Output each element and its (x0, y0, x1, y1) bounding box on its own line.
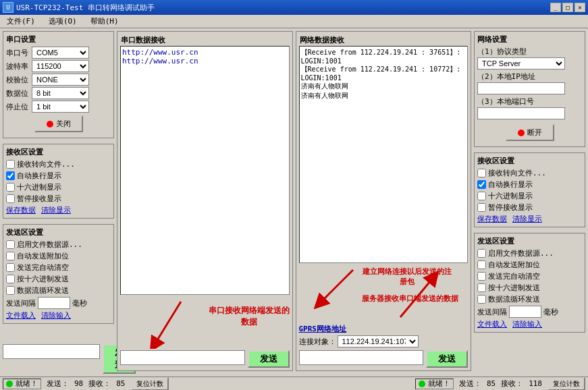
center-left-panel: 串口数据接收 http://www.usr.cn http://www.usr.… (117, 31, 293, 374)
send-loop-check-right[interactable] (477, 295, 486, 304)
svg-line-2 (400, 277, 434, 317)
load-file-link-left[interactable]: 文件载入 (6, 310, 36, 321)
clear-display-link-right[interactable]: 清除显示 (512, 214, 542, 224)
serial-recv-title: 串口数据接收 (120, 34, 290, 46)
menu-help[interactable]: 帮助(H) (86, 16, 123, 27)
save-data-link-left[interactable]: 保存数据 (6, 205, 36, 215)
arrow-svg-right (299, 263, 469, 324)
recv-file-check-right[interactable] (477, 169, 486, 177)
status-dot-left (6, 381, 13, 387)
menu-file[interactable]: 文件(F) (3, 16, 39, 27)
clear-display-link-left[interactable]: 清除显示 (41, 205, 71, 215)
status-bar: 就绪！ 发送： 98 接收： 85 复位计数 就绪！ 发送： 85 接收： 11… (0, 377, 588, 390)
connect-label: 连接对象： (299, 337, 336, 347)
ip-input[interactable]: 192.168.0 .120 (477, 82, 565, 94)
baud-select[interactable]: 115200 9600192003840057600 (32, 60, 89, 72)
interval-label-left: 发送间隔 (6, 298, 36, 308)
send-file-check-right[interactable] (477, 249, 486, 258)
net-send-button[interactable]: 发送 (426, 350, 468, 368)
window-close-button[interactable]: ✕ (574, 3, 585, 12)
send-append-check-left[interactable] (6, 252, 15, 260)
recv-hex-check-left[interactable] (6, 183, 15, 192)
serial-close-button[interactable]: 关闭 (34, 115, 83, 132)
load-file-link-right[interactable]: 文件载入 (477, 319, 507, 329)
clear-input-link-right[interactable]: 清除输入 (512, 319, 542, 329)
parity-select[interactable]: NONEODDEVEN (32, 74, 89, 86)
port-input[interactable]: 23419 (477, 107, 565, 119)
title-text: USR-TCP232-Test 串口转网络调试助手 (16, 3, 155, 13)
menu-bar: 文件(F) 选项(O) 帮助(H) (0, 15, 588, 28)
send-loop-check-left[interactable] (6, 286, 15, 295)
serial-url1: http://www.usr.cn (122, 48, 288, 57)
recv-label-left: 接收： (88, 379, 111, 389)
net-send-area: http://www.usr.cn 发送 (299, 350, 469, 368)
recv-autowrap-check-right[interactable] (477, 180, 486, 189)
recv-file-check-left[interactable] (6, 160, 15, 169)
baud-label: 波特率 (6, 61, 30, 72)
net-disconnect-button[interactable]: 断开 (506, 124, 554, 141)
databits-label: 数据位 (6, 88, 30, 99)
serial-settings-title: 串口设置 (6, 34, 111, 45)
net-recv-line4: LOGIN:1001 (301, 74, 466, 82)
recv-label-right: 接收： (501, 379, 523, 389)
serial-send-input[interactable]: 济南有人物联网 (120, 350, 245, 365)
port-select[interactable]: COM5 COM1COM2COM3COM4 (32, 47, 89, 59)
send-hex-check-left[interactable] (6, 275, 15, 283)
status-text-right: 就绪！ (428, 379, 450, 389)
left-recv-settings-title: 接收区设置 (6, 147, 111, 157)
reset-count-button-right[interactable]: 复位计数 (547, 377, 585, 391)
annotation-area-left: 串口接收网络端发送的数据 (120, 295, 290, 349)
left-send-input[interactable]: 济南有人物联网 (3, 344, 100, 359)
connect-select[interactable]: 112.224.19.241:107 (338, 335, 419, 347)
databits-select[interactable]: 8 bit7 bit (32, 87, 89, 99)
send-file-check-left[interactable] (6, 240, 15, 249)
ip-label: （2）本地IP地址 (477, 72, 582, 82)
send-autoclear-check-right[interactable] (477, 272, 486, 281)
serial-url2: http://www.usr.cn (122, 57, 288, 65)
left-send-settings-section: 发送区设置 启用文件数据源... 自动发送附加位 发送完自动清空 按十六进制发送… (3, 224, 114, 324)
net-recv-line1: 【Receive from 112.224.19.241 : 37651】: (301, 48, 466, 57)
recv-pause-check-right[interactable] (477, 203, 486, 212)
interval-label-right: 发送间隔 (477, 307, 507, 317)
save-data-link-right[interactable]: 保存数据 (477, 214, 507, 224)
send-value-right: 85 (487, 379, 496, 388)
protocol-label: （1）协议类型 (477, 47, 582, 57)
minimize-button[interactable]: _ (550, 3, 561, 12)
send-value-left: 98 (74, 379, 83, 388)
app-icon: U (3, 2, 14, 13)
red-dot-net-icon (518, 130, 525, 136)
status-right: 就绪！ (415, 379, 454, 389)
protocol-select[interactable]: TCP ServerTCP ClientUDP (477, 57, 565, 69)
recv-hex-check-right[interactable] (477, 192, 486, 200)
gprs-label: GPRS网络地址 (299, 324, 347, 334)
send-append-check-right[interactable] (477, 260, 486, 269)
port-label-right: （3）本地端口号 (477, 96, 582, 107)
net-recv-display: 【Receive from 112.224.19.241 : 37651】: L… (299, 46, 469, 263)
send-hex-check-right[interactable] (477, 283, 486, 292)
parity-label: 校验位 (6, 75, 30, 85)
menu-options[interactable]: 选项(O) (45, 16, 81, 27)
recv-pause-check-left[interactable] (6, 194, 15, 203)
interval-input-right[interactable]: 950 (509, 306, 541, 318)
status-left: 就绪！ (3, 379, 41, 389)
serial-recv-section: 串口数据接收 http://www.usr.cn http://www.usr.… (117, 31, 293, 371)
serial-send-button[interactable]: 发送 (248, 350, 290, 368)
clear-input-link-left[interactable]: 清除输入 (41, 310, 71, 321)
recv-autowrap-check-left[interactable] (6, 171, 15, 180)
send-autoclear-check-left[interactable] (6, 263, 15, 272)
port-label: 串口号 (6, 48, 30, 58)
net-settings-section: 网络设置 （1）协议类型 TCP ServerTCP ClientUDP （2）… (474, 31, 585, 147)
stopbits-select[interactable]: 1 bit2 bit (32, 101, 89, 113)
serial-send-area: 济南有人物联网 发送 (120, 350, 290, 368)
maximize-button[interactable]: □ (562, 3, 573, 12)
right-send-settings-title: 发送区设置 (477, 236, 582, 246)
net-send-input[interactable]: http://www.usr.cn (299, 350, 424, 365)
send-label-left: 发送： (47, 379, 69, 389)
annotation-text-right2: 服务器接收串口端发送的数据 (360, 294, 461, 304)
connect-row: GPRS网络地址 (299, 324, 469, 334)
interval-input-left[interactable]: 10000 (38, 297, 70, 309)
svg-line-1 (319, 270, 353, 304)
net-recv-line6: 济南有人物联网 (301, 91, 466, 101)
reset-count-button-left[interactable]: 复位计数 (131, 377, 169, 391)
interval-unit-left: 毫秒 (72, 298, 87, 308)
